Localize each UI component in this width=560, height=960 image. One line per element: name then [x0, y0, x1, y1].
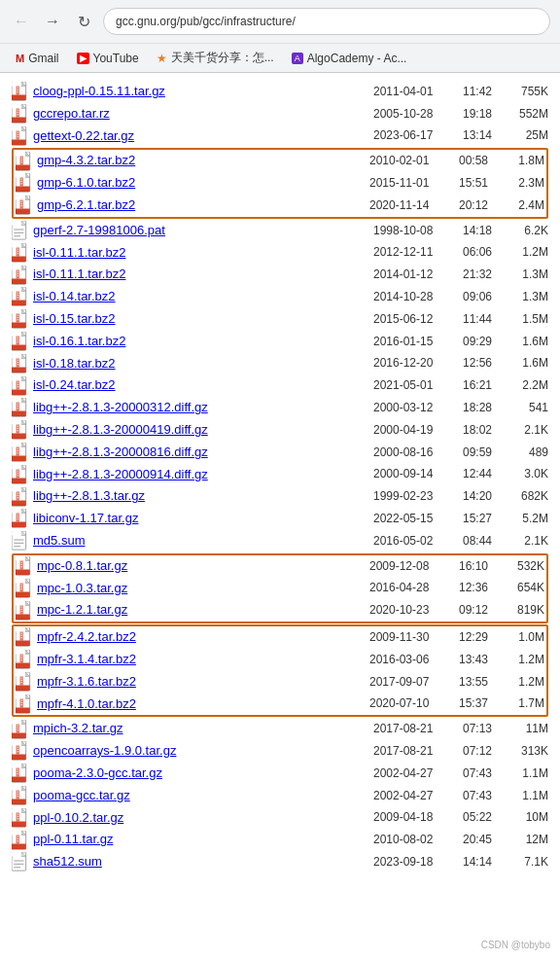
- file-link[interactable]: mpfr-2.4.2.tar.bz2: [37, 627, 136, 648]
- file-link[interactable]: isl-0.16.1.tar.bz2: [33, 332, 125, 352]
- svg-rect-112: [12, 398, 21, 403]
- back-button[interactable]: ←: [10, 10, 33, 33]
- file-link[interactable]: isl-0.24.tar.bz2: [33, 375, 116, 396]
- bookmark-youtube[interactable]: ▶ YouTube: [71, 50, 145, 67]
- svg-rect-47: [21, 205, 22, 206]
- zip-icon: [12, 809, 29, 827]
- file-size: 1.6M: [508, 354, 548, 373]
- file-link[interactable]: md5.sum: [33, 531, 85, 551]
- file-link[interactable]: cloog-ppl-0.15.11.tar.gz: [33, 82, 165, 102]
- svg-rect-26: [16, 152, 25, 157]
- svg-rect-210: [21, 680, 22, 681]
- svg-rect-89: [12, 345, 26, 351]
- file-meta: 2002-04-2707:431.1M: [373, 787, 548, 805]
- file-meta: 2000-09-1412:443.0K: [373, 465, 548, 483]
- file-link[interactable]: mpfr-3.1.6.tar.bz2: [37, 672, 136, 693]
- file-time: 08:44: [463, 532, 502, 551]
- file-link[interactable]: libg++-2.8.1.3-20000914.diff.gz: [33, 465, 208, 485]
- svg-rect-104: [12, 376, 21, 381]
- file-link[interactable]: libg++-2.8.1.3-20000816.diff.gz: [33, 443, 208, 463]
- file-link[interactable]: gmp-6.2.1.tar.bz2: [37, 196, 135, 216]
- bookmark-gmail[interactable]: M Gmail: [10, 50, 65, 67]
- zip-icon: [12, 333, 29, 350]
- file-link[interactable]: mpc-0.8.1.tar.gz: [37, 556, 127, 577]
- zip-icon: [16, 196, 33, 214]
- svg-rect-227: [18, 729, 18, 730]
- svg-rect-155: [18, 515, 18, 516]
- table-row: mpfr-3.1.6.tar.bz22017-09-0713:551.2M: [16, 671, 544, 693]
- file-link[interactable]: pooma-2.3.0-gcc.tar.gz: [33, 764, 162, 784]
- file-link[interactable]: mpc-1.2.1.tar.gz: [37, 600, 127, 621]
- file-meta: 2017-08-2107:12313K: [373, 742, 548, 761]
- file-link[interactable]: sha512.sum: [33, 852, 102, 872]
- svg-rect-231: [12, 755, 26, 761]
- svg-rect-68: [18, 273, 18, 274]
- address-bar[interactable]: gcc.gnu.org/pub/gcc/infrastructure/: [103, 8, 550, 35]
- svg-rect-75: [18, 293, 18, 294]
- svg-rect-107: [18, 381, 18, 382]
- svg-rect-242: [18, 771, 18, 772]
- file-link[interactable]: opencoarrays-1.9.0.tar.gz: [33, 741, 176, 762]
- file-link[interactable]: isl-0.15.tar.bz2: [33, 309, 116, 330]
- svg-rect-117: [18, 409, 18, 409]
- file-meta: 2020-11-1420:122.4M: [369, 196, 544, 215]
- file-link[interactable]: mpfr-3.1.4.tar.bz2: [37, 650, 136, 670]
- svg-rect-211: [21, 682, 22, 683]
- file-link[interactable]: libg++-2.8.1.3-20000312.diff.gz: [33, 398, 208, 418]
- file-meta: 2014-10-2809:061.3M: [373, 288, 548, 306]
- svg-rect-170: [21, 564, 22, 565]
- svg-rect-254: [12, 808, 21, 813]
- svg-rect-38: [21, 181, 22, 182]
- forward-button[interactable]: →: [41, 10, 64, 33]
- file-link[interactable]: isl-0.14.tar.bz2: [33, 287, 116, 307]
- file-link[interactable]: isl-0.11.1.tar.bz2: [33, 265, 125, 285]
- file-link[interactable]: ppl-0.11.tar.gz: [33, 830, 113, 850]
- file-link[interactable]: gccrepo.tar.rz: [33, 104, 110, 124]
- bookmark-algoacademy[interactable]: A AlgoCademy - Ac...: [286, 50, 413, 67]
- file-size: 541: [508, 399, 548, 417]
- file-link[interactable]: mpich-3.2.tar.gz: [33, 719, 123, 739]
- svg-rect-67: [18, 270, 18, 271]
- file-link[interactable]: gmp-6.1.0.tar.bz2: [37, 173, 135, 194]
- file-size: 1.3M: [508, 288, 548, 306]
- file-link[interactable]: mpc-1.0.3.tar.gz: [37, 579, 127, 599]
- file-meta: 2023-09-1814:147.1K: [373, 853, 548, 871]
- svg-rect-120: [12, 420, 21, 425]
- table-row: pooma-2.3.0-gcc.tar.gz2002-04-2707:431.1…: [12, 763, 548, 785]
- svg-rect-233: [18, 747, 18, 748]
- refresh-button[interactable]: ↻: [72, 10, 95, 33]
- bookmark-youtube-label: YouTube: [93, 52, 139, 65]
- file-date: 2022-05-15: [373, 510, 457, 528]
- svg-rect-206: [16, 672, 25, 677]
- svg-rect-190: [16, 627, 25, 632]
- svg-rect-178: [21, 587, 22, 587]
- file-link[interactable]: isl-0.11.1.tar.bz2: [33, 243, 125, 264]
- file-size: 532K: [504, 557, 544, 576]
- file-link[interactable]: libiconv-1.17.tar.gz: [33, 509, 138, 529]
- svg-rect-222: [12, 720, 21, 725]
- file-meta: 2016-01-1509:291.6M: [373, 333, 548, 351]
- file-link[interactable]: pooma-gcc.tar.gz: [33, 786, 130, 806]
- file-link[interactable]: libg++-2.8.1.3.tar.gz: [33, 486, 145, 507]
- svg-rect-187: [21, 611, 22, 612]
- file-link[interactable]: gettext-0.22.tar.gz: [33, 126, 134, 147]
- file-link[interactable]: isl-0.18.tar.bz2: [33, 354, 116, 374]
- svg-rect-69: [18, 275, 18, 276]
- file-link[interactable]: gmp-4.3.2.tar.bz2: [37, 151, 135, 171]
- file-link[interactable]: mpfr-4.1.0.tar.bz2: [37, 694, 136, 715]
- file-time: 00:58: [459, 152, 498, 170]
- svg-rect-193: [21, 633, 22, 634]
- svg-rect-239: [12, 777, 26, 783]
- file-link[interactable]: gperf-2.7-19981006.pat: [33, 221, 165, 241]
- svg-rect-153: [12, 522, 26, 528]
- table-row: libg++-2.8.1.3.tar.gz1999-02-2314:20682K: [12, 485, 548, 508]
- svg-rect-185: [21, 606, 22, 607]
- file-link[interactable]: ppl-0.10.2.tar.gz: [33, 808, 123, 829]
- table-row: mpc-0.8.1.tar.gz2009-12-0816:10532K: [16, 555, 544, 578]
- file-link[interactable]: libg++-2.8.1.3-20000419.diff.gz: [33, 420, 208, 441]
- bookmark-tianmei[interactable]: ★ 天美千货分享：怎...: [151, 48, 280, 68]
- file-time: 18:28: [463, 399, 502, 417]
- svg-rect-3: [12, 95, 26, 101]
- svg-rect-6: [18, 89, 18, 90]
- svg-rect-10: [12, 104, 21, 109]
